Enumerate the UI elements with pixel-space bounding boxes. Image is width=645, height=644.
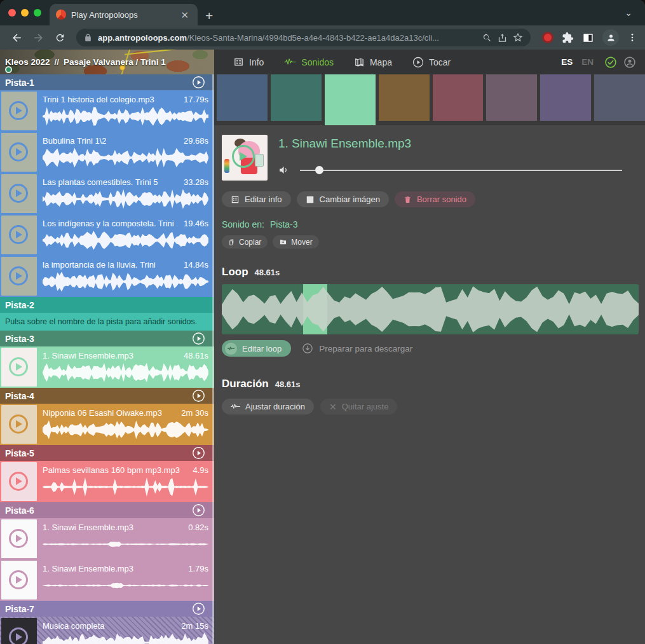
nav-tab-tocar[interactable]: Tocar xyxy=(402,50,461,74)
sound-item[interactable]: 1. Sinawi Ensemble.mp31.79s xyxy=(0,559,214,601)
track-header-pista-7[interactable]: Pista-7 xyxy=(0,601,214,617)
sidebar-scrollbar[interactable] xyxy=(212,74,214,644)
url-bar[interactable]: app.antropoloops.com/Kleos-Santa-Marina/… xyxy=(76,29,531,46)
play-sound-button[interactable] xyxy=(9,472,28,491)
breadcrumb-map-banner[interactable]: Kleos 2022 // Pasaje Valvanera / Trini 1 xyxy=(0,50,214,74)
play-sound-button[interactable] xyxy=(9,266,28,285)
play-track-button[interactable] xyxy=(192,446,205,460)
sound-item-thumbnail[interactable] xyxy=(1,174,37,213)
sound-item[interactable]: Trini 1 historia del colegio.mp317.79s xyxy=(0,90,214,132)
share-icon[interactable] xyxy=(498,33,507,43)
sound-item-title[interactable]: Palmas sevillanas 160 bpm mp3.mp3 xyxy=(43,465,180,475)
adjust-duration-button[interactable]: Ajustar duración xyxy=(222,399,314,414)
lang-es[interactable]: ES xyxy=(557,57,577,67)
sound-item-title[interactable]: la importancia de la lluvia. Trini xyxy=(43,260,156,270)
track-header-pista-6[interactable]: Pista-6 xyxy=(0,502,214,518)
palette-swatch-pista-4[interactable] xyxy=(379,74,430,121)
track-header-pista-5[interactable]: Pista-5 xyxy=(0,445,214,461)
sound-item-thumbnail[interactable] xyxy=(1,561,37,599)
remove-adjust-button[interactable]: ✕ Quitar ajuste xyxy=(320,399,397,414)
record-extension-icon[interactable] xyxy=(542,32,553,43)
loop-waveform-panel[interactable] xyxy=(222,284,639,334)
reload-button[interactable] xyxy=(51,29,69,46)
track-header-pista-4[interactable]: Pista-4 xyxy=(0,388,214,404)
play-sound-button[interactable] xyxy=(9,529,28,548)
nav-tab-info[interactable]: Info xyxy=(223,50,274,74)
play-sound-button[interactable] xyxy=(9,184,28,203)
nav-tab-mapa[interactable]: Mapa xyxy=(344,50,402,74)
zoom-window-button[interactable] xyxy=(34,9,41,17)
sound-item-title[interactable]: Las plantas comestibles. Trini 5 xyxy=(43,177,158,187)
sound-item[interactable]: Las plantas comestibles. Trini 533.28s xyxy=(0,173,214,214)
sound-item-thumbnail[interactable] xyxy=(1,462,37,501)
browser-tab[interactable]: Play Antropoloops ✕ xyxy=(50,4,198,25)
play-sound-button[interactable] xyxy=(9,570,28,589)
sound-item[interactable]: Bubulina Trini 1\229.68s xyxy=(0,132,214,173)
sound-item-title[interactable]: 1. Sinawi Ensemble.mp3 xyxy=(43,523,133,532)
sound-in-track-link[interactable]: Pista-3 xyxy=(270,219,298,230)
tab-search-chevron-icon[interactable]: ⌄ xyxy=(625,8,632,18)
breadcrumb-page[interactable]: Pasaje Valvanera / Trini 1 xyxy=(64,57,166,67)
chrome-menu-icon[interactable] xyxy=(627,32,637,43)
track-header-pista-3[interactable]: Pista-3 xyxy=(0,331,214,346)
speaker-icon[interactable] xyxy=(278,165,289,175)
volume-slider-knob[interactable] xyxy=(315,166,323,174)
sound-item[interactable]: Los indígenas y la compostela. Trini19.4… xyxy=(0,214,214,256)
sound-item-title[interactable]: Trini 1 historia del colegio.mp3 xyxy=(43,95,154,104)
sound-thumbnail[interactable] xyxy=(222,135,268,181)
palette-swatch-pista-7[interactable] xyxy=(540,74,591,121)
sound-item[interactable]: Palmas sevillanas 160 bpm mp3.mp34.9s xyxy=(0,461,214,502)
sound-item[interactable]: Musica completa2m 15s xyxy=(0,617,214,644)
play-track-button[interactable] xyxy=(192,332,205,345)
play-sound-button[interactable] xyxy=(9,225,28,244)
close-window-button[interactable] xyxy=(8,9,16,17)
minimize-window-button[interactable] xyxy=(21,9,29,17)
lang-en[interactable]: EN xyxy=(577,57,598,67)
bookmark-star-icon[interactable] xyxy=(513,32,523,43)
sound-item[interactable]: 1. Sinawi Ensemble.mp348.61s xyxy=(0,346,214,388)
sound-item-title[interactable]: 1. Sinawi Ensemble.mp3 xyxy=(43,564,133,573)
move-button[interactable]: Mover xyxy=(273,235,318,249)
play-track-button[interactable] xyxy=(192,602,205,615)
palette-swatch-pista-8[interactable] xyxy=(594,74,645,121)
play-sound-button[interactable] xyxy=(9,101,28,120)
palette-swatch-pista-1[interactable] xyxy=(217,74,268,121)
edit-info-button[interactable]: Editar info xyxy=(222,191,291,207)
sound-item-thumbnail[interactable] xyxy=(1,618,37,644)
sound-item-thumbnail[interactable] xyxy=(1,519,37,558)
palette-swatch-pista-6[interactable] xyxy=(486,74,537,121)
sound-item[interactable]: la importancia de la lluvia. Trini14.84s xyxy=(0,256,214,297)
side-panel-icon[interactable] xyxy=(582,32,594,44)
sound-item-title[interactable]: Bubulina Trini 1\2 xyxy=(43,136,106,146)
back-button[interactable] xyxy=(8,29,25,46)
palette-swatch-pista-2[interactable] xyxy=(271,74,322,121)
sound-item-thumbnail[interactable] xyxy=(1,133,37,172)
play-track-button[interactable] xyxy=(192,76,205,89)
tab-close-icon[interactable]: ✕ xyxy=(178,9,191,21)
sound-item-title[interactable]: Musica completa xyxy=(43,621,105,631)
volume-slider[interactable] xyxy=(300,166,622,174)
sound-item-thumbnail[interactable] xyxy=(1,216,37,254)
extensions-puzzle-icon[interactable] xyxy=(562,32,574,44)
copy-button[interactable]: Copiar xyxy=(222,235,268,249)
sound-item[interactable]: Nipponia 06 Esashi Oiwake.mp32m 30s xyxy=(0,404,214,445)
nav-tab-sonidos[interactable]: Sonidos xyxy=(274,50,344,74)
play-track-button[interactable] xyxy=(192,504,205,517)
breadcrumb-project[interactable]: Kleos 2022 xyxy=(5,57,50,67)
sound-item-thumbnail[interactable] xyxy=(1,257,37,296)
play-sound-button[interactable] xyxy=(232,145,255,168)
zoom-page-icon[interactable] xyxy=(482,33,492,43)
sound-item-title[interactable]: Los indígenas y la compostela. Trini xyxy=(43,219,174,228)
play-sound-button[interactable] xyxy=(9,357,28,376)
track-header-pista-2[interactable]: Pista-2 xyxy=(0,297,214,313)
play-sound-button[interactable] xyxy=(9,414,28,434)
account-icon[interactable] xyxy=(623,56,636,69)
sound-item-thumbnail[interactable] xyxy=(1,92,37,130)
track-header-pista-1[interactable]: Pista-1 xyxy=(0,74,214,90)
change-image-button[interactable]: Cambiar imágen xyxy=(297,191,389,207)
sound-item-thumbnail[interactable] xyxy=(1,348,37,387)
new-tab-button[interactable]: + xyxy=(205,9,213,22)
sound-item-thumbnail[interactable] xyxy=(1,405,37,444)
play-track-button[interactable] xyxy=(192,389,205,402)
prepare-download-button[interactable]: Preparar para descargar xyxy=(302,343,412,354)
